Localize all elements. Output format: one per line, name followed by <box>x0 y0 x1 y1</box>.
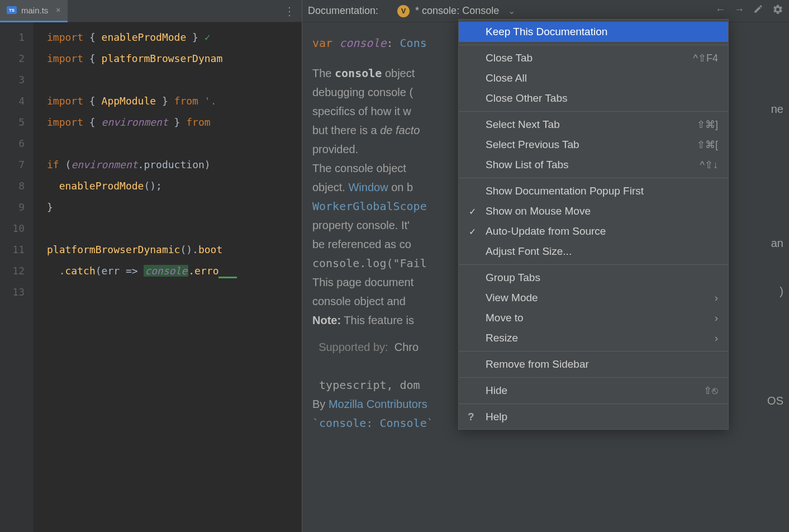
documentation-context-menu: Keep This DocumentationClose Tab^⇧F4Clos… <box>458 19 729 430</box>
menu-item-label: Show List of Tabs <box>486 159 569 171</box>
forward-icon[interactable]: → <box>734 4 744 18</box>
line-gutter: 1 2 3 4 5 6 7 8 9 10 11 12 13 <box>0 22 34 532</box>
close-tab-icon[interactable]: × <box>56 6 60 15</box>
menu-item-shortcut: ^⇧↓ <box>700 159 718 171</box>
chevron-right-icon: › <box>715 292 718 304</box>
documentation-link[interactable]: WorkerGlobalScope <box>312 200 427 213</box>
app-root: TS main.ts × ⋮ 1 2 3 4 5 6 7 8 9 10 11 1… <box>0 0 789 532</box>
truncated-text: OS <box>767 391 783 410</box>
editor-tab-bar: TS main.ts × ⋮ <box>0 0 302 22</box>
menu-item-label: Keep This Documentation <box>486 26 607 38</box>
menu-separator <box>459 111 728 112</box>
menu-item-label: Select Next Tab <box>486 118 560 131</box>
menu-item-label: Show on Mouse Move <box>486 205 591 217</box>
help-icon: ? <box>468 411 474 423</box>
menu-item[interactable]: View Mode› <box>459 288 728 308</box>
menu-item[interactable]: ✓Show on Mouse Move <box>459 201 728 221</box>
menu-item-label: Close Other Tabs <box>486 92 567 104</box>
menu-item[interactable]: Select Previous Tab⇧⌘[ <box>459 135 728 155</box>
menu-item[interactable]: Show List of Tabs^⇧↓ <box>459 155 728 175</box>
documentation-link[interactable]: Window <box>348 181 388 193</box>
documentation-toolbar: ← → <box>715 4 783 18</box>
gear-icon[interactable] <box>772 4 783 18</box>
check-icon: ✓ <box>469 206 476 217</box>
menu-item-label: Hide <box>486 384 507 397</box>
chevron-right-icon: › <box>715 332 718 344</box>
menu-item[interactable]: Adjust Font Size... <box>459 241 728 262</box>
menu-item[interactable]: ✓Auto-Update from Source <box>459 221 728 241</box>
menu-item-label: Close All <box>486 72 527 84</box>
menu-item[interactable]: Close Other Tabs <box>459 88 728 108</box>
documentation-title: Documentation: <box>308 5 378 17</box>
menu-item-shortcut: ⇧⌘] <box>697 118 718 131</box>
menu-separator <box>459 45 728 45</box>
code-area[interactable]: 1 2 3 4 5 6 7 8 9 10 11 12 13 import { e… <box>0 22 302 532</box>
menu-item-label: Help <box>486 411 507 423</box>
edit-icon[interactable] <box>753 4 763 18</box>
menu-item[interactable]: Show Documentation Popup First <box>459 181 728 201</box>
tab-more-icon[interactable]: ⋮ <box>284 4 295 18</box>
truncated-text: an <box>771 234 783 253</box>
menu-item-label: Auto-Update from Source <box>486 225 606 238</box>
menu-item[interactable]: Close All <box>459 68 728 88</box>
chevron-right-icon: › <box>715 312 718 324</box>
menu-item[interactable]: Close Tab^⇧F4 <box>459 48 728 68</box>
menu-item-label: Remove from Sidebar <box>486 358 589 370</box>
menu-item-label: Select Previous Tab <box>486 139 579 151</box>
menu-item[interactable]: Resize› <box>459 328 728 348</box>
truncated-text: ) <box>780 282 783 301</box>
menu-item[interactable]: Hide⇧⎋ <box>459 381 728 401</box>
menu-separator <box>459 178 728 178</box>
code-body[interactable]: import { enableProdMode } ✓import { plat… <box>34 22 302 532</box>
typescript-file-icon: TS <box>7 6 17 14</box>
documentation-link[interactable]: Mozilla Contributors <box>329 398 427 410</box>
menu-item-label: Group Tabs <box>486 272 540 284</box>
editor-file-tab[interactable]: TS main.ts × <box>0 0 68 22</box>
editor-pane: TS main.ts × ⋮ 1 2 3 4 5 6 7 8 9 10 11 1… <box>0 0 302 532</box>
menu-item-shortcut: ⇧⎋ <box>704 384 718 397</box>
menu-separator <box>459 351 728 352</box>
menu-separator <box>459 264 728 265</box>
chevron-down-icon[interactable]: ⌄ <box>508 6 515 16</box>
menu-item-label: Adjust Font Size... <box>486 245 572 258</box>
back-icon[interactable]: ← <box>715 4 725 18</box>
menu-item[interactable]: Remove from Sidebar <box>459 354 728 374</box>
menu-item-label: Resize <box>486 332 518 344</box>
menu-item[interactable]: Select Next Tab⇧⌘] <box>459 115 728 135</box>
menu-item[interactable]: Keep This Documentation <box>459 22 728 42</box>
menu-item-label: View Mode <box>486 292 538 304</box>
documentation-tab-label[interactable]: * console: Console <box>415 5 499 17</box>
menu-item-shortcut: ^⇧F4 <box>693 52 718 64</box>
variable-badge-icon: V <box>397 5 410 17</box>
menu-item[interactable]: Move to› <box>459 308 728 328</box>
menu-item-label: Move to <box>486 312 524 324</box>
check-icon: ✓ <box>205 31 211 43</box>
menu-item[interactable]: Group Tabs <box>459 268 728 288</box>
menu-item-label: Show Documentation Popup First <box>486 185 644 197</box>
truncated-text: ne <box>771 99 783 118</box>
menu-separator <box>459 377 728 378</box>
menu-item-shortcut: ⇧⌘[ <box>697 139 718 151</box>
file-tab-label: main.ts <box>21 6 48 15</box>
menu-item-label: Close Tab <box>486 52 533 64</box>
menu-item[interactable]: ?Help <box>459 407 728 427</box>
menu-separator <box>459 403 728 404</box>
check-icon: ✓ <box>469 226 476 237</box>
